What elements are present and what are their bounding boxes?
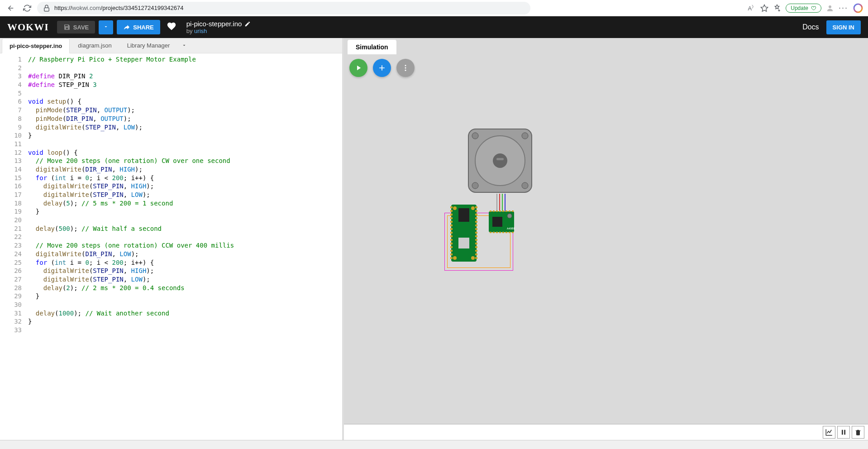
edit-icon[interactable] xyxy=(244,21,251,27)
tab-library-manager[interactable]: Library Manager xyxy=(120,38,177,53)
svg-rect-31 xyxy=(450,257,453,259)
svg-rect-28 xyxy=(450,246,453,248)
svg-rect-0 xyxy=(44,8,49,11)
svg-rect-45 xyxy=(475,253,477,255)
save-button[interactable]: SAVE xyxy=(57,21,95,33)
svg-rect-21 xyxy=(450,221,453,223)
copilot-icon[interactable] xyxy=(853,3,863,14)
signin-button[interactable]: SIGN IN xyxy=(826,20,861,34)
svg-rect-24 xyxy=(450,232,453,234)
svg-rect-42 xyxy=(475,243,477,244)
save-dropdown-button[interactable] xyxy=(99,20,113,34)
svg-rect-38 xyxy=(475,228,477,230)
svg-rect-65 xyxy=(496,232,498,233)
dots-vertical-icon xyxy=(401,64,410,72)
svg-rect-61 xyxy=(509,210,510,212)
pause-button[interactable] xyxy=(837,426,850,439)
delete-button[interactable] xyxy=(852,426,864,439)
svg-rect-23 xyxy=(450,228,453,230)
wokwi-logo[interactable]: WOKWI xyxy=(7,21,49,33)
stepper-motor[interactable] xyxy=(466,127,534,195)
svg-point-4 xyxy=(405,67,406,69)
raspberry-pi-pico[interactable] xyxy=(450,204,477,263)
refresh-button[interactable] xyxy=(21,2,33,14)
svg-point-53 xyxy=(507,214,512,218)
svg-text:A4988: A4988 xyxy=(507,227,515,230)
svg-point-50 xyxy=(471,256,475,260)
sim-menu-button[interactable] xyxy=(396,59,415,77)
svg-rect-58 xyxy=(499,210,501,212)
plus-icon xyxy=(377,63,386,72)
play-icon xyxy=(354,64,362,72)
back-button[interactable] xyxy=(5,2,17,14)
chevron-down-icon xyxy=(103,24,109,29)
svg-rect-26 xyxy=(450,239,453,241)
svg-rect-13 xyxy=(496,158,504,160)
svg-rect-43 xyxy=(475,246,477,248)
address-bar[interactable]: https://wokwi.com/projects/3345127241993… xyxy=(37,2,530,14)
a4988-driver[interactable]: A4988 xyxy=(488,210,515,233)
svg-rect-62 xyxy=(512,210,514,212)
svg-rect-70 xyxy=(512,232,514,233)
simulation-pane: Simulation xyxy=(344,38,868,440)
line-gutter: 1234567891011121314151617181920212223242… xyxy=(0,53,28,440)
share-icon xyxy=(123,24,130,31)
star-icon[interactable] xyxy=(760,4,768,12)
svg-rect-29 xyxy=(450,250,453,252)
svg-rect-16 xyxy=(458,238,469,248)
svg-point-49 xyxy=(453,256,457,260)
editor-pane: pi-pico-stepper.ino diagram.json Library… xyxy=(0,38,344,440)
simulation-canvas[interactable]: A4988 xyxy=(344,81,868,424)
svg-rect-17 xyxy=(450,206,453,208)
tab-diagram[interactable]: diagram.json xyxy=(71,38,119,53)
heart-icon xyxy=(167,21,176,31)
share-button[interactable]: SHARE xyxy=(117,20,160,34)
svg-rect-27 xyxy=(450,243,453,244)
url-text: https://wokwi.com/projects/3345127241993… xyxy=(54,5,184,11)
simulation-bottom-bar xyxy=(344,424,868,440)
svg-rect-67 xyxy=(502,232,504,233)
plotter-button[interactable] xyxy=(823,426,835,439)
author-link[interactable]: urish xyxy=(194,28,207,34)
save-icon xyxy=(63,24,71,31)
project-title: pi-pico-stepper.ino by urish xyxy=(186,20,251,34)
update-button[interactable]: Update xyxy=(786,4,821,13)
tab-menu-button[interactable] xyxy=(181,42,187,50)
svg-rect-37 xyxy=(475,224,477,226)
svg-rect-59 xyxy=(502,210,504,212)
profile-icon[interactable] xyxy=(826,4,834,12)
svg-point-2 xyxy=(854,4,862,12)
svg-point-9 xyxy=(472,182,478,189)
more-icon[interactable]: ··· xyxy=(839,3,848,13)
svg-rect-52 xyxy=(492,217,502,227)
svg-rect-22 xyxy=(450,224,453,226)
svg-point-1 xyxy=(829,5,831,8)
code-content[interactable]: // Raspberry Pi Pico + Stepper Motor Exa… xyxy=(28,53,342,440)
motor-wires xyxy=(493,194,516,212)
svg-point-47 xyxy=(453,206,457,210)
svg-rect-30 xyxy=(450,253,453,255)
text-size-icon[interactable]: A》 xyxy=(748,4,756,12)
svg-point-48 xyxy=(471,206,475,210)
svg-rect-25 xyxy=(450,235,453,237)
play-button[interactable] xyxy=(349,59,367,77)
code-editor[interactable]: 1234567891011121314151617181920212223242… xyxy=(0,53,342,440)
favorite-button[interactable] xyxy=(164,19,179,36)
docs-link[interactable]: Docs xyxy=(802,23,819,31)
svg-rect-64 xyxy=(493,232,495,233)
add-part-button[interactable] xyxy=(373,59,391,77)
svg-rect-72 xyxy=(844,430,845,435)
tab-sketch[interactable]: pi-pico-stepper.ino xyxy=(2,38,70,53)
svg-rect-34 xyxy=(475,214,477,215)
svg-rect-68 xyxy=(506,232,507,233)
svg-rect-40 xyxy=(475,235,477,237)
tab-simulation[interactable]: Simulation xyxy=(348,40,396,54)
svg-rect-55 xyxy=(490,210,491,212)
svg-rect-18 xyxy=(450,210,453,212)
project-name: pi-pico-stepper.ino xyxy=(186,20,242,28)
app-header: WOKWI SAVE SHARE pi-pico-stepper.ino by … xyxy=(0,16,868,38)
favorites-icon[interactable] xyxy=(773,4,781,12)
svg-rect-56 xyxy=(493,210,495,212)
svg-point-5 xyxy=(405,70,406,71)
svg-rect-15 xyxy=(458,208,469,222)
